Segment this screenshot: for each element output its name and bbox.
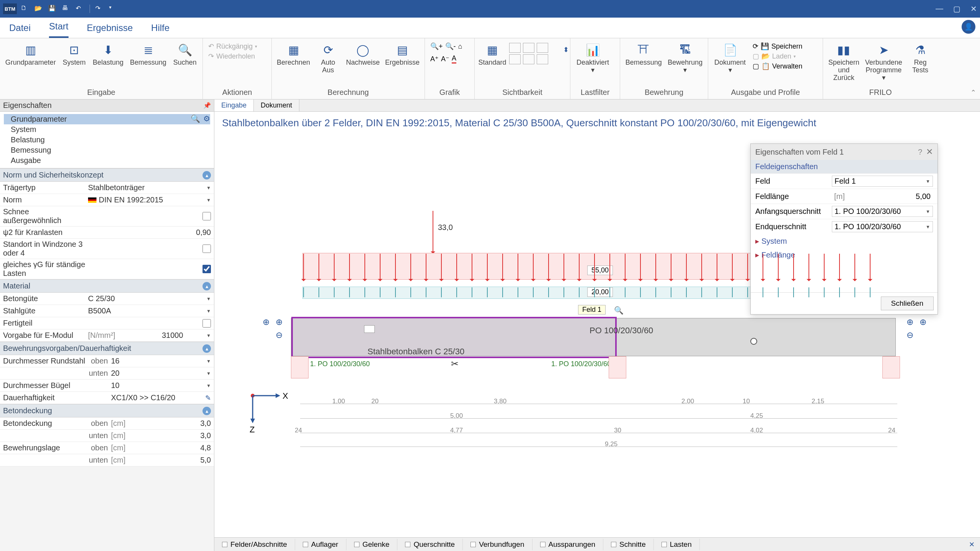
print-icon[interactable]: 🖶 [62,5,70,13]
btab-gelenke[interactable]: Gelenke [346,539,398,550]
add-right2-icon[interactable]: ⊕ [920,317,926,327]
support-right[interactable] [882,356,900,378]
feldlaenge-value[interactable]: 5,00 [916,192,931,201]
ergebnisse-button[interactable]: ▤Ergebnisse [384,41,421,67]
save-icon[interactable]: 💾 [48,5,57,13]
vis-toggle[interactable] [537,43,548,53]
collapse-icon[interactable]: ▴ [203,344,211,353]
berechnen-button[interactable]: ▦Berechnen [276,41,311,67]
open-icon[interactable]: 📂 [34,5,43,13]
font-color-icon[interactable]: A [452,54,456,64]
nachweise-button[interactable]: ◯Nachweise [345,41,381,67]
bemessung-bew-button[interactable]: ⛩Bemessung [624,41,663,67]
font-bigger-icon[interactable]: A⁺ [430,55,439,63]
reg-tests-button[interactable]: ⚗Reg Tests [906,41,934,75]
lage-oben-value[interactable]: 4,8 [200,443,211,452]
deaktiviert-button[interactable]: 📊Deaktiviert▾ [574,41,611,75]
lage-unten-value[interactable]: 5,0 [200,456,211,465]
section-marker[interactable] [364,325,375,333]
speichern-zurueck-button[interactable]: ▮▮Speichern und Zurück [827,41,861,82]
grundparameter-button[interactable]: ▥Grundparameter [4,41,57,67]
undo-button[interactable]: ↶Rückgängig▾ [208,42,257,51]
btab-felder[interactable]: Felder/Abschnitte [214,539,295,550]
add-right-icon[interactable]: ⊕ [906,317,913,327]
verbundene-programme-button[interactable]: ➤Verbundene Programme ▾ [864,41,903,82]
support-mid[interactable] [609,356,626,378]
support-left[interactable] [291,356,309,378]
new-icon[interactable]: 🗋 [21,5,29,13]
dauer-select[interactable]: XC1/X0 >> C16/20✎ [111,393,211,402]
gear-icon[interactable]: ⚙ [203,114,210,123]
bd-oben-value[interactable]: 3,0 [200,419,211,428]
doc-tab-eingabe[interactable]: Eingabe [214,99,254,111]
feld1-label[interactable]: Feld 1 [578,305,606,315]
add-left-icon[interactable]: ⊕ [263,317,270,327]
bewehrung-button[interactable]: 🏗Bewehrung▾ [666,41,704,75]
section-material[interactable]: Material▴ [0,279,214,293]
feld-select[interactable]: Feld 1▼ [832,176,933,187]
expand-feldlaenge[interactable]: Feldlänge [751,248,938,262]
psi2-value[interactable]: 0,90 [196,228,211,237]
btab-schnitte[interactable]: Schnitte [603,539,654,550]
drs-oben-select[interactable]: 16▼ [111,357,211,365]
schliessen-button[interactable]: Schließen [881,297,934,310]
collapse-icon[interactable]: ▴ [203,171,211,179]
stahl-select[interactable]: B500A▼ [88,306,211,315]
tab-start[interactable]: Start [49,21,69,38]
tree-bemessung[interactable]: Bemessung [4,145,210,155]
tab-ergebnisse[interactable]: Ergebnisse [87,23,133,38]
standard-button[interactable]: ▦Standard [479,41,506,67]
undo-icon[interactable]: ↶ [76,5,84,13]
tree-belastung[interactable]: Belastung [4,135,210,145]
suchen-button[interactable]: 🔍Suchen [171,41,199,67]
tree-ausgabe[interactable]: Ausgabe [4,155,210,166]
home-icon[interactable]: ⌂ [458,42,462,51]
vis-toggle[interactable] [523,43,534,53]
auto-button[interactable]: ⟳AutoAus [314,41,342,75]
laden-row[interactable]: ▢📂Laden▾ [753,52,802,60]
maximize-button[interactable]: ▢ [953,4,960,13]
redo-icon[interactable]: ↷ [95,5,104,13]
collapse-ribbon-icon[interactable]: ⌃ [970,88,976,97]
collapse-icon[interactable]: ▴ [203,282,211,290]
expand-system[interactable]: System [751,234,938,248]
help-icon[interactable]: ? [918,148,922,156]
tree-system[interactable]: System [4,124,210,135]
zoom-out-icon[interactable]: 🔍- [445,42,456,51]
drs-unten-select[interactable]: 20▼ [111,369,211,378]
vis-toggle[interactable] [537,54,548,64]
font-smaller-icon[interactable]: A⁻ [441,55,449,63]
collapse-icon[interactable]: ▴ [203,407,211,415]
endquerschnitt-select[interactable]: 1. PO 100/20/30/60▼ [832,221,933,232]
minimize-button[interactable]: — [936,4,943,13]
anfangsquerschnitt-select[interactable]: 1. PO 100/20/30/60▼ [832,206,933,217]
btab-verbundfugen[interactable]: Verbundfugen [463,539,532,550]
emod-value[interactable]: 31000 [162,331,183,340]
user-avatar[interactable]: 👤 [962,20,975,34]
btab-auflager[interactable]: Auflager [295,539,346,550]
gleich-check[interactable] [203,265,211,273]
beton-select[interactable]: C 25/30▼ [88,294,211,303]
vis-toggle[interactable] [523,54,534,64]
scissors-icon[interactable]: ✂ [451,359,459,369]
belastung-button[interactable]: ⬇Belastung [91,41,125,67]
zoom-in-icon[interactable]: 🔍+ [430,42,443,51]
schnee-check[interactable] [203,212,211,220]
wind-check[interactable] [203,245,211,253]
speichern-row[interactable]: ⟳💾Speichern [753,42,802,51]
vis-toggle[interactable] [509,54,521,64]
section-norm[interactable]: Norm und Sicherheitskonzept▴ [0,168,214,182]
drawing-canvas[interactable]: 33,0 /* arrows generated below after ren… [214,134,980,537]
traegertyp-select[interactable]: Stahlbetonträger▼ [88,183,211,192]
fertig-check[interactable] [203,319,211,328]
verwalten-row[interactable]: ▢📋Verwalten [753,62,802,70]
remove-right-icon[interactable]: ⊖ [906,330,913,340]
zoom-icon[interactable]: 🔍 [614,306,624,315]
tab-datei[interactable]: Datei [9,23,31,38]
bd-unten-value[interactable]: 3,0 [200,431,211,440]
add-left2-icon[interactable]: ⊕ [276,317,283,327]
btab-aussparungen[interactable]: Aussparungen [532,539,604,550]
pin-icon[interactable]: 📌 [203,102,211,109]
redo-button[interactable]: ↷Wiederholen [208,52,257,60]
section-betondeckung[interactable]: Betondeckung▴ [0,404,214,417]
